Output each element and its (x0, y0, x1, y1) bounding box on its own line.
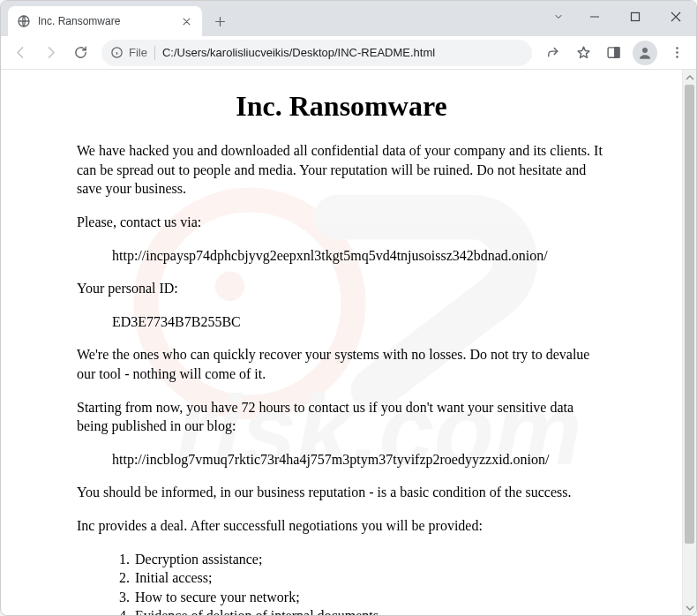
new-tab-button[interactable] (207, 9, 232, 34)
divider (154, 46, 155, 60)
svg-rect-1 (632, 13, 640, 21)
viewport: risk.com Inc. Ransomware We have hacked … (1, 70, 696, 615)
recover-text: We're the ones who can quickly recover y… (77, 345, 606, 383)
list-item: Decryption assistance; (133, 550, 606, 569)
contact-url: http://incpaysp74dphcbjyvg2eepxnl3tkgt5m… (77, 246, 606, 266)
window-controls (543, 1, 696, 33)
reload-button[interactable] (66, 40, 94, 66)
deal-label: Inc provides a deal. After successfull n… (77, 516, 606, 536)
profile-button[interactable] (633, 41, 657, 65)
close-tab-button[interactable] (179, 14, 193, 28)
browser-tab[interactable]: Inc. Ransomware (8, 6, 202, 36)
globe-icon (17, 14, 31, 28)
bookmark-button[interactable] (569, 40, 597, 66)
scheme-label: File (129, 46, 147, 59)
page-heading: Inc. Ransomware (22, 87, 661, 125)
maximize-button[interactable] (615, 1, 656, 33)
toolbar-right (539, 40, 691, 66)
svg-point-5 (642, 48, 648, 53)
titlebar: Inc. Ransomware (1, 1, 696, 36)
svg-rect-4 (614, 48, 618, 57)
scroll-down-button[interactable] (683, 600, 696, 615)
forward-button[interactable] (36, 40, 64, 66)
list-item: How to secure your network; (133, 588, 606, 607)
address-bar[interactable]: File C:/Users/karolisliucveikis/Desktop/… (101, 40, 532, 66)
address-url: C:/Users/karolisliucveikis/Desktop/INC-R… (162, 46, 523, 59)
deadline-text: Starting from now, you have 72 hours to … (77, 398, 606, 436)
minimize-button[interactable] (574, 1, 615, 33)
reputation-text: You should be informed, in our business … (77, 483, 606, 502)
side-panel-button[interactable] (599, 40, 627, 66)
list-item: Evidence of deletion of internal documen… (133, 606, 606, 615)
site-info-button[interactable]: File (110, 46, 147, 59)
close-window-button[interactable] (656, 1, 696, 33)
list-item: Initial access; (133, 568, 606, 588)
svg-point-6 (676, 47, 678, 49)
menu-button[interactable] (663, 40, 691, 66)
contact-label: Please, contact us via: (77, 213, 606, 232)
browser-window: Inc. Ransomware (0, 0, 697, 616)
share-button[interactable] (539, 40, 567, 66)
svg-point-8 (676, 56, 678, 58)
scroll-up-button[interactable] (683, 70, 696, 85)
toolbar: File C:/Users/karolisliucveikis/Desktop/… (1, 36, 696, 70)
scrollbar[interactable] (682, 70, 696, 615)
tab-title: Inc. Ransomware (38, 15, 172, 27)
personal-id: ED3E7734B7B255BC (77, 312, 606, 332)
svg-point-7 (676, 51, 678, 54)
intro-text: We have hacked you and downloaded all co… (77, 141, 606, 199)
scroll-thumb[interactable] (685, 85, 694, 544)
deal-list: Decryption assistance; Initial access; H… (77, 550, 606, 616)
back-button[interactable] (6, 40, 34, 66)
tab-search-button[interactable] (543, 1, 574, 33)
personal-id-label: Your personal ID: (77, 279, 606, 298)
page-content: Inc. Ransomware We have hacked you and d… (1, 70, 682, 615)
blog-url: http://incblog7vmuq7rktic73r4ha4j757m3pt… (77, 450, 606, 470)
